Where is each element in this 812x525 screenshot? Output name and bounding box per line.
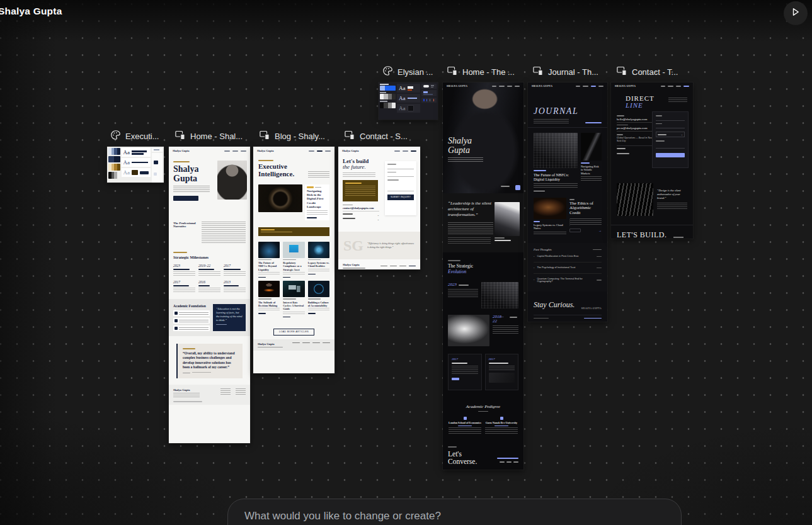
article-card[interactable]: Building a Culture of Accountability — [308, 281, 329, 317]
narrative-title: The Professional Narrative — [173, 222, 198, 243]
contact-email[interactable]: contact@shalyagupta.com — [343, 206, 379, 212]
article-card[interactable]: Legacy Systems vs. Cloud Realities — [308, 242, 329, 278]
form-textarea[interactable] — [656, 142, 685, 149]
featured-excerpt — [307, 210, 328, 215]
form-field[interactable] — [387, 172, 414, 177]
artboard-home-dark[interactable]: SHALYA GUPTA ShalyaGupta “Leadership is … — [443, 82, 523, 470]
accordion-row[interactable]: + — [617, 145, 656, 151]
strategic-section-head: The Strategic Evolution — [443, 252, 523, 277]
hero-eyebrow — [173, 161, 190, 162]
intro-text — [668, 98, 687, 103]
responsive-frames-icon — [447, 65, 458, 78]
responsive-frames-icon — [616, 65, 627, 78]
article-card[interactable]: The Solitude of Decision Making — [258, 281, 280, 317]
school-row[interactable] — [173, 325, 210, 331]
milestones-title: Strategic Milestones — [173, 255, 246, 259]
submit-button[interactable] — [656, 153, 685, 157]
site-nav — [661, 86, 689, 87]
frame-label-contact-light[interactable]: Contact - S... — [344, 130, 408, 142]
social-row[interactable]: ⌄ — [343, 213, 379, 217]
responsive-frames-icon — [532, 65, 544, 78]
quote-image-section: “Design is the silent ambassador of your… — [611, 173, 693, 216]
past-title: Past Thoughts — [534, 248, 552, 251]
contact-body: hello@shalyagupta.com press@shalyagupta.… — [611, 109, 693, 173]
email-primary[interactable]: hello@shalyagupta.com — [617, 116, 656, 123]
school-icon — [174, 312, 178, 315]
form-select[interactable]: ⌄ — [656, 132, 685, 137]
site-nav — [492, 86, 520, 87]
social-row[interactable]: ⌄ — [343, 218, 379, 221]
form-field[interactable] — [656, 124, 685, 128]
article-card[interactable]: The Future of NBFCs: Beyond Liquidity — [258, 242, 280, 278]
accordion-row[interactable]: + — [617, 153, 656, 156]
type-sample-cell: Aa — [397, 94, 420, 103]
email-label — [343, 205, 353, 206]
issue-tag — [585, 122, 602, 123]
frame-label-text: Executi... — [125, 132, 159, 141]
frame-label-text: Contact - S... — [360, 132, 408, 141]
read-link[interactable] — [534, 191, 545, 192]
artboard-styleguide-dark[interactable]: Aa Aa Aa — [379, 82, 438, 120]
education-quote-card: “Education is not the learning of facts,… — [213, 304, 246, 331]
artboard-home-light[interactable]: Shalya Gupta ShalyaGupta The Professiona… — [169, 147, 250, 443]
frame-label-executive[interactable]: Executi... — [110, 130, 159, 142]
school-row[interactable] — [173, 310, 210, 316]
form-field[interactable] — [656, 116, 685, 121]
site-nav — [309, 150, 331, 152]
artboard-contact-light[interactable]: Shalya Gupta Let's build the future. con… — [338, 147, 420, 269]
frame-label-text: Home - Shal... — [190, 132, 243, 141]
newsletter-banner[interactable] — [258, 227, 329, 236]
converse-section: Let'sConverse. — [443, 434, 523, 465]
article-card[interactable]: Regulatory Compliance as a Strategic Ass… — [283, 242, 304, 278]
featured-read-link[interactable] — [307, 217, 317, 218]
architecture-image — [617, 183, 653, 216]
featured-article[interactable]: The Future of NBFCs: Digital Liquidity — [534, 133, 578, 191]
design-canvas[interactable]: Shalya Gupta Elysian ... Home - The ... … — [0, 0, 812, 525]
preview-play-button[interactable] — [784, 1, 808, 25]
school-icon — [464, 417, 467, 420]
featured-article[interactable]: Navigating Risk in the Digital-First Cre… — [253, 182, 335, 223]
article-card[interactable]: Legacy Systems vs. Cloud Native — [534, 198, 566, 235]
converse-links[interactable] — [497, 458, 518, 463]
school-row[interactable] — [173, 318, 210, 324]
frame-label-blog-light[interactable]: Blog - Shaly... — [259, 130, 325, 142]
academic-section: Academic Foundation “Education is not th… — [169, 299, 250, 336]
milestone-card: 2016 — [198, 280, 220, 293]
build-cta-section: LET'S BUILD. — [611, 225, 693, 239]
featured-row: The Future of NBFCs: Digital Liquidity N… — [528, 128, 607, 191]
artboard-contact-dark[interactable]: SHALYA GUPTA DIRECT LINE hello@shalyagup… — [611, 82, 693, 239]
artboard-styleguide-light[interactable]: Aa Aa Aa — [107, 147, 164, 183]
article-card[interactable]: Interest Rate Cycles: A Survival Guide — [283, 281, 304, 317]
artboard-blog-light[interactable]: Shalya Gupta Executive Intelligence. Nav… — [253, 147, 335, 373]
journal-hero: JOURNAL — [528, 90, 607, 128]
footer-logo: Shalya Gupta — [258, 342, 283, 346]
frame-label-elysian[interactable]: Elysian ... — [382, 65, 433, 78]
card-button[interactable] — [452, 378, 459, 380]
journal-intro — [534, 119, 569, 123]
past-item[interactable]: •The Psychology of Institutional Trust — [534, 262, 602, 274]
frame-label-contact-dark[interactable]: Contact - T... — [616, 65, 678, 78]
frame-label-journal-dark[interactable]: Journal - Th... — [532, 65, 598, 78]
responsive-frames-icon — [174, 130, 186, 142]
artboard-journal-dark[interactable]: SHALYA GUPTA JOURNAL The Future of NBFCs… — [528, 82, 607, 322]
hero-cta-button[interactable] — [173, 196, 198, 201]
past-item[interactable]: •Capital Reallocation in Post-Crisis Era… — [534, 251, 602, 262]
chat-input-panel[interactable] — [227, 499, 682, 525]
hero-widget-badge[interactable] — [515, 185, 520, 190]
submit-button[interactable]: SUBMIT INQUIRY — [387, 195, 414, 200]
frame-label-home-light[interactable]: Home - Shal... — [174, 130, 243, 142]
load-more-button[interactable]: LOAD MORE ARTICLES — [273, 329, 314, 336]
view-all-link[interactable] — [593, 249, 602, 251]
essay-block[interactable]: The Ethics of Algorithmic Credit → — [569, 198, 602, 235]
availability-card — [343, 180, 378, 201]
past-item[interactable]: •Quantum Computing: The Terminal End for… — [534, 274, 602, 286]
form-field[interactable] — [387, 165, 414, 169]
secondary-article[interactable]: Navigating Risk in Volatile Markets — [581, 133, 602, 191]
chat-input[interactable] — [243, 509, 668, 523]
form-textarea[interactable] — [387, 181, 414, 191]
frame-label-home-dark[interactable]: Home - The ... — [447, 65, 515, 78]
email-press[interactable]: press@shalyagupta.com — [617, 125, 656, 132]
timeline-cards-row: 2017 2017 — [443, 346, 523, 390]
swatch-navy-dark — [108, 156, 120, 162]
pedigree-section: Academic Pedigree London School of Econo… — [443, 390, 523, 434]
